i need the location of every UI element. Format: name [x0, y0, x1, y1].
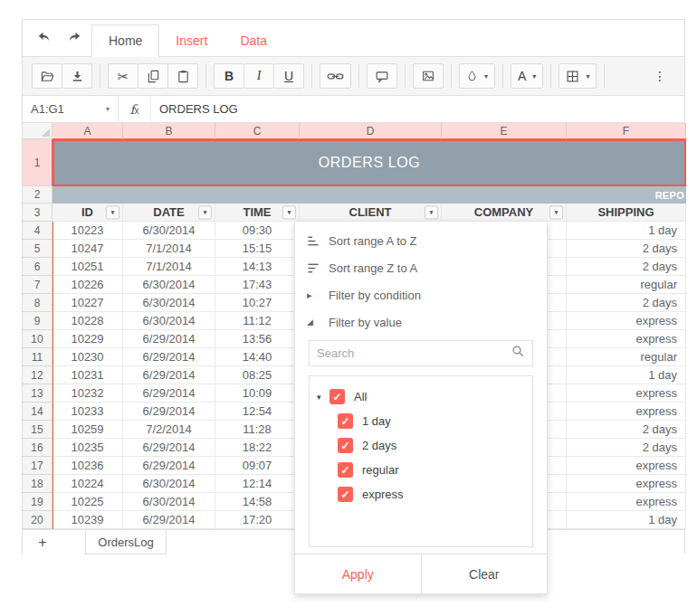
- row-header-14[interactable]: 14: [23, 403, 53, 421]
- row-header-2[interactable]: 2: [23, 186, 53, 204]
- cell-C6[interactable]: 14:13: [215, 258, 300, 276]
- row-header-11[interactable]: 11: [23, 348, 53, 366]
- tab-data[interactable]: Data: [224, 24, 283, 57]
- cell-B14[interactable]: 6/29/2014: [123, 403, 215, 421]
- column-header-E[interactable]: E: [442, 123, 567, 139]
- cell-F18[interactable]: express: [567, 475, 686, 493]
- row-header-18[interactable]: 18: [23, 475, 53, 493]
- row-header-13[interactable]: 13: [23, 384, 53, 403]
- filter-button-date[interactable]: ▾: [198, 205, 212, 219]
- add-sheet-button[interactable]: +: [23, 530, 62, 554]
- row-header-3[interactable]: 3: [23, 204, 53, 222]
- cell-A5[interactable]: 10247: [53, 240, 123, 258]
- cell-B9[interactable]: 6/30/2014: [123, 312, 215, 330]
- tree-item-regular[interactable]: ✓regular: [317, 458, 525, 482]
- cell-A6[interactable]: 10251: [53, 258, 123, 276]
- cell-C18[interactable]: 12:14: [215, 475, 300, 493]
- header-cell-date[interactable]: DATE▾: [123, 204, 215, 222]
- cell-B4[interactable]: 6/30/2014: [123, 222, 215, 240]
- underline-button[interactable]: U: [273, 63, 304, 89]
- header-cell-company[interactable]: COMPANY▾: [442, 204, 567, 222]
- cell-B19[interactable]: 6/30/2014: [123, 493, 215, 511]
- cell-F13[interactable]: express: [567, 384, 686, 403]
- row-header-9[interactable]: 9: [23, 312, 53, 330]
- cell-A7[interactable]: 10226: [53, 276, 123, 294]
- cell-F4[interactable]: 1 day: [567, 222, 686, 240]
- cell-F10[interactable]: express: [567, 330, 686, 348]
- cell-C15[interactable]: 11:28: [215, 421, 300, 439]
- cell-C12[interactable]: 08:25: [215, 366, 300, 384]
- open-button[interactable]: [32, 63, 62, 89]
- cell-C11[interactable]: 14:40: [215, 348, 300, 366]
- header-cell-time[interactable]: TIME▾: [215, 204, 300, 222]
- cell-A18[interactable]: 10224: [53, 475, 123, 493]
- cell-C7[interactable]: 17:43: [215, 276, 300, 294]
- row-header-10[interactable]: 10: [23, 330, 53, 348]
- cell-B18[interactable]: 6/30/2014: [123, 475, 215, 493]
- cell-B20[interactable]: 6/29/2014: [123, 511, 215, 529]
- header-cell-shipping[interactable]: SHIPPING: [567, 204, 686, 222]
- row-header-16[interactable]: 16: [23, 439, 53, 457]
- cell-B16[interactable]: 6/29/2014: [123, 439, 215, 457]
- bold-button[interactable]: B: [214, 63, 244, 89]
- filter-search-input[interactable]: [317, 346, 511, 360]
- cell-C19[interactable]: 14:58: [215, 493, 300, 511]
- row-header-17[interactable]: 17: [23, 457, 53, 475]
- tab-home[interactable]: Home: [91, 24, 159, 57]
- cell-F9[interactable]: express: [567, 312, 686, 330]
- name-box[interactable]: A1:G1 ▾: [23, 96, 119, 122]
- formula-input[interactable]: ORDERS LOG: [151, 96, 684, 122]
- font-color-button[interactable]: A▾: [511, 63, 543, 89]
- cell-A12[interactable]: 10231: [53, 366, 123, 384]
- cell-A13[interactable]: 10232: [53, 384, 123, 403]
- header-cell-client[interactable]: CLIENT▾: [300, 204, 442, 222]
- tree-item-2-days[interactable]: ✓2 days: [317, 433, 525, 458]
- tab-insert[interactable]: Insert: [159, 24, 224, 57]
- fill-color-button[interactable]: ▾: [459, 63, 495, 89]
- checkbox-1-day[interactable]: ✓: [338, 413, 353, 429]
- select-all-cell[interactable]: [23, 123, 53, 139]
- row-header-4[interactable]: 4: [23, 222, 53, 240]
- cell-B6[interactable]: 7/1/2014: [123, 258, 215, 276]
- column-header-F[interactable]: F: [567, 123, 686, 139]
- sheet-tab-orderslog[interactable]: OrdersLog: [85, 530, 167, 554]
- column-header-A[interactable]: A: [53, 123, 123, 139]
- cell-F5[interactable]: 2 days: [567, 240, 686, 258]
- cell-A10[interactable]: 10229: [53, 330, 123, 348]
- row-header-20[interactable]: 20: [23, 511, 53, 529]
- cell-F14[interactable]: express: [567, 403, 686, 421]
- menu-item-filter-by-value[interactable]: ◢Filter by value: [295, 308, 547, 336]
- cell-A4[interactable]: 10223: [53, 222, 123, 240]
- cell-C20[interactable]: 17:20: [215, 511, 300, 529]
- row-header-15[interactable]: 15: [23, 421, 53, 439]
- cell-C5[interactable]: 15:15: [215, 240, 300, 258]
- row-header-8[interactable]: 8: [23, 294, 53, 312]
- checkbox-2-days[interactable]: ✓: [338, 438, 353, 453]
- cell-F8[interactable]: 2 days: [567, 294, 686, 312]
- cell-A15[interactable]: 10259: [53, 421, 123, 439]
- cell-A8[interactable]: 10227: [53, 294, 123, 312]
- cell-A11[interactable]: 10230: [53, 348, 123, 366]
- undo-button[interactable]: [32, 27, 55, 49]
- copy-button[interactable]: [138, 63, 168, 89]
- cell-C16[interactable]: 18:22: [215, 439, 300, 457]
- cell-A16[interactable]: 10235: [53, 439, 123, 457]
- cell-A17[interactable]: 10236: [53, 457, 123, 475]
- cell-A9[interactable]: 10228: [53, 312, 123, 330]
- cell-B12[interactable]: 6/29/2014: [123, 366, 215, 384]
- tree-expand-icon[interactable]: ▾: [317, 393, 329, 402]
- cell-C8[interactable]: 10:27: [215, 294, 300, 312]
- merged-title-cell[interactable]: ORDERS LOG: [53, 139, 686, 186]
- italic-button[interactable]: I: [243, 63, 274, 89]
- cell-F11[interactable]: regular: [567, 348, 686, 366]
- cell-C4[interactable]: 09:30: [215, 222, 300, 240]
- cell-A19[interactable]: 10225: [53, 493, 123, 511]
- cell-B15[interactable]: 7/2/2014: [123, 421, 215, 439]
- cell-B5[interactable]: 7/1/2014: [123, 240, 215, 258]
- row-header-12[interactable]: 12: [23, 366, 53, 384]
- tree-item-1-day[interactable]: ✓1 day: [317, 409, 525, 433]
- checkbox-regular[interactable]: ✓: [338, 462, 353, 478]
- merged-subtitle-cell[interactable]: REPO: [53, 186, 686, 204]
- paste-button[interactable]: [167, 63, 198, 89]
- cell-C17[interactable]: 09:07: [215, 457, 300, 475]
